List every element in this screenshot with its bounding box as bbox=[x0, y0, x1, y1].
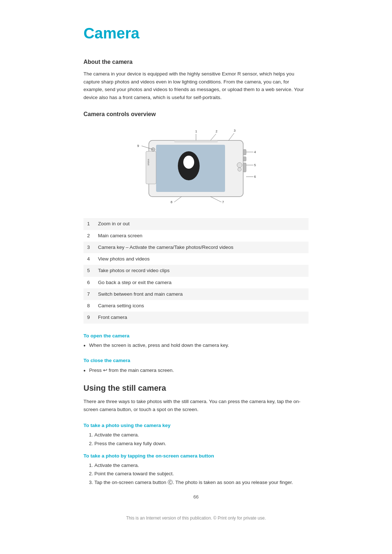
control-label: Switch between front and main camera bbox=[94, 288, 309, 300]
control-number: 5 bbox=[83, 265, 94, 276]
camera-diagram: XPERIA 1 2 3 4 5 bbox=[83, 126, 309, 209]
about-camera-body: The camera in your device is equipped wi… bbox=[83, 70, 309, 101]
controls-overview-section: Camera controls overview bbox=[83, 110, 309, 323]
svg-text:6: 6 bbox=[254, 175, 256, 178]
still-camera-heading: Using the still camera bbox=[83, 382, 309, 394]
svg-text:XPERIA: XPERIA bbox=[147, 159, 150, 166]
table-row: 1Zoom in or out bbox=[83, 218, 309, 230]
control-number: 2 bbox=[83, 230, 94, 242]
close-camera-subheading: To close the camera bbox=[83, 357, 309, 364]
svg-rect-5 bbox=[243, 149, 246, 155]
svg-text:4: 4 bbox=[254, 150, 256, 154]
control-label: Main camera screen bbox=[94, 230, 309, 242]
page-title: Camera bbox=[83, 22, 309, 45]
control-number: 8 bbox=[83, 300, 94, 312]
list-item: Tap the on-screen camera button Ⓒ. The p… bbox=[94, 479, 309, 486]
table-row: 2Main camera screen bbox=[83, 230, 309, 242]
list-item: Press the camera key fully down. bbox=[94, 440, 309, 447]
svg-point-8 bbox=[237, 163, 242, 168]
open-camera-bullet: • When the screen is active, press and h… bbox=[83, 342, 309, 350]
about-camera-section: About the camera The camera in your devi… bbox=[83, 58, 309, 101]
take-photo-key-steps: Activate the camera.Press the camera key… bbox=[91, 431, 309, 447]
take-photo-tap-steps: Activate the camera.Point the camera tow… bbox=[91, 462, 309, 486]
control-number: 1 bbox=[83, 218, 94, 230]
list-item: Activate the camera. bbox=[94, 462, 309, 469]
svg-line-26 bbox=[211, 197, 221, 202]
page-footer: This is an Internet version of this publ… bbox=[83, 515, 309, 521]
list-item: Activate the camera. bbox=[94, 431, 309, 439]
page-number: 66 bbox=[83, 493, 309, 501]
table-row: 5Take photos or record video clips bbox=[83, 265, 309, 276]
svg-line-28 bbox=[174, 197, 181, 202]
close-camera-bullet: • Press ↩ from the main camera screen. bbox=[83, 367, 309, 375]
table-row: 4View photos and videos bbox=[83, 253, 309, 265]
control-number: 6 bbox=[83, 277, 94, 288]
open-camera-subheading: To open the camera bbox=[83, 332, 309, 340]
svg-point-9 bbox=[238, 168, 241, 171]
close-camera-text: Press ↩ from the main camera screen. bbox=[89, 367, 174, 374]
svg-text:2: 2 bbox=[216, 130, 217, 133]
controls-overview-heading: Camera controls overview bbox=[83, 110, 309, 119]
control-number: 3 bbox=[83, 242, 94, 253]
control-label: View photos and videos bbox=[94, 253, 309, 265]
svg-text:9: 9 bbox=[137, 144, 139, 148]
control-label: Camera key – Activate the camera/Take ph… bbox=[94, 242, 309, 253]
control-number: 7 bbox=[83, 288, 94, 300]
bullet-dot-2: • bbox=[83, 367, 86, 375]
controls-table: 1Zoom in or out2Main camera screen3Camer… bbox=[83, 218, 309, 323]
svg-text:8: 8 bbox=[171, 200, 172, 204]
about-camera-heading: About the camera bbox=[83, 58, 309, 66]
svg-text:3: 3 bbox=[234, 129, 236, 132]
svg-point-4 bbox=[183, 156, 194, 169]
open-camera-section: To open the camera • When the screen is … bbox=[83, 332, 309, 350]
bullet-dot: • bbox=[83, 342, 86, 350]
close-camera-section: To close the camera • Press ↩ from the m… bbox=[83, 357, 309, 375]
control-number: 4 bbox=[83, 253, 94, 265]
table-row: 9Front camera bbox=[83, 312, 309, 323]
open-camera-text: When the screen is active, press and hol… bbox=[89, 342, 229, 349]
table-row: 3Camera key – Activate the camera/Take p… bbox=[83, 242, 309, 253]
control-label: Camera setting icons bbox=[94, 300, 309, 312]
list-item: Point the camera toward the subject. bbox=[94, 470, 309, 477]
svg-rect-13 bbox=[174, 140, 218, 143]
svg-text:1: 1 bbox=[195, 130, 197, 133]
svg-rect-10 bbox=[146, 151, 156, 184]
control-label: Front camera bbox=[94, 312, 309, 323]
svg-text:5: 5 bbox=[254, 163, 256, 167]
still-camera-section: Using the still camera There are three w… bbox=[83, 382, 309, 486]
control-label: Take photos or record video clips bbox=[94, 265, 309, 276]
take-photo-key-subheading: To take a photo using the camera key bbox=[83, 422, 309, 429]
table-row: 6Go back a step or exit the camera bbox=[83, 277, 309, 288]
svg-line-18 bbox=[229, 133, 234, 140]
still-camera-body: There are three ways to take photos with… bbox=[83, 398, 309, 413]
control-label: Zoom in or out bbox=[94, 218, 309, 230]
take-photo-tap-subheading: To take a photo by tapping the on-screen… bbox=[83, 452, 309, 460]
table-row: 7Switch between front and main camera bbox=[83, 288, 309, 300]
camera-diagram-svg: XPERIA 1 2 3 4 5 bbox=[123, 126, 269, 209]
svg-text:7: 7 bbox=[222, 200, 224, 204]
svg-rect-6 bbox=[243, 157, 246, 161]
control-number: 9 bbox=[83, 312, 94, 323]
control-label: Go back a step or exit the camera bbox=[94, 277, 309, 288]
svg-line-16 bbox=[211, 134, 216, 140]
page-container: Camera About the camera The camera in yo… bbox=[54, 0, 338, 543]
table-row: 8Camera setting icons bbox=[83, 300, 309, 312]
svg-rect-7 bbox=[243, 163, 246, 172]
